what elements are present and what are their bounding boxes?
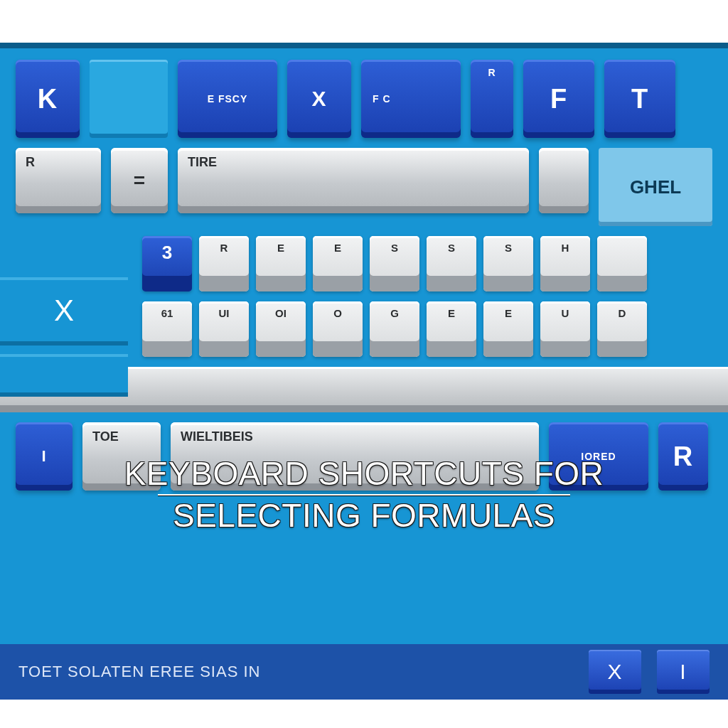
footer-key-i[interactable]: I	[657, 650, 710, 694]
silver-key-wide[interactable]: TIRE	[178, 148, 529, 213]
silver-key-r[interactable]: R	[16, 148, 101, 213]
left-column: X	[0, 277, 128, 397]
silver-toe-label: TOE	[92, 429, 119, 444]
cyan-slab-1	[90, 60, 168, 138]
gkey-r4-0[interactable]: 61	[142, 301, 192, 357]
gkey-r3-8[interactable]	[597, 236, 647, 291]
gkey-r4-7[interactable]: U	[540, 301, 590, 357]
gkey-r4-1[interactable]: UI	[199, 301, 249, 357]
lightblue-key[interactable]: GHEL	[599, 148, 712, 226]
gkey-r3-6[interactable]: S	[483, 236, 533, 291]
key-efscy[interactable]: E FSCY	[178, 60, 277, 138]
left-x-slab[interactable]: X	[0, 277, 128, 346]
key-t[interactable]: T	[604, 60, 675, 138]
gkey-r4-5[interactable]: E	[427, 301, 476, 357]
title-line-1: Keyboard Shortcuts For	[85, 455, 643, 493]
gkey-r3-4[interactable]: S	[370, 236, 419, 291]
silver-key-eq[interactable]: =	[111, 148, 168, 213]
title-overlay: Keyboard Shortcuts For Selecting Formula…	[0, 455, 728, 535]
footer-key-x[interactable]: X	[589, 650, 641, 694]
gkey-r3-3[interactable]: E	[313, 236, 363, 291]
silver-key-wide-label: TIRE	[188, 155, 217, 170]
gkey-r3-2[interactable]: E	[256, 236, 306, 291]
key-3-blue[interactable]: 3	[142, 236, 192, 291]
key-x-top[interactable]: X	[287, 60, 351, 138]
key-f[interactable]: F	[523, 60, 594, 138]
silver-key-eq-label: =	[134, 169, 145, 192]
gkey-r3-5[interactable]: S	[427, 236, 476, 291]
silver-key-blank1[interactable]	[539, 148, 589, 213]
footer-strip: TOET SOLATEN EREE SIAS IN X I	[0, 644, 728, 700]
row-silver-1: R = TIRE GHEL	[0, 148, 728, 226]
row-top-blue: K E FSCY X F C R F T	[0, 60, 728, 138]
gkey-r4-2[interactable]: OI	[256, 301, 306, 357]
title-line-2: Selecting Formulas	[85, 497, 643, 535]
illustration-canvas: K E FSCY X F C R F T R = TIRE GHEL 3 R E…	[0, 0, 728, 728]
silver-long-space-label: WIELTIBEIS	[181, 429, 253, 444]
key-fc[interactable]: F C	[361, 60, 461, 138]
left-blank-slab	[0, 354, 128, 397]
key-k[interactable]: K	[16, 60, 80, 138]
gkey-r4-3[interactable]: O	[313, 301, 363, 357]
footer-text: TOET SOLATEN EREE SIAS IN	[18, 663, 573, 681]
title-rule	[158, 494, 570, 496]
key-r-small[interactable]: R	[471, 60, 513, 138]
gkey-r4-8[interactable]: D	[597, 301, 647, 357]
gkey-r3-7[interactable]: H	[540, 236, 590, 291]
silver-key-r-label: R	[26, 155, 35, 170]
gkey-r4-6[interactable]: E	[483, 301, 533, 357]
gkey-r4-4[interactable]: G	[370, 301, 419, 357]
gkey-r3-1[interactable]: R	[199, 236, 249, 291]
